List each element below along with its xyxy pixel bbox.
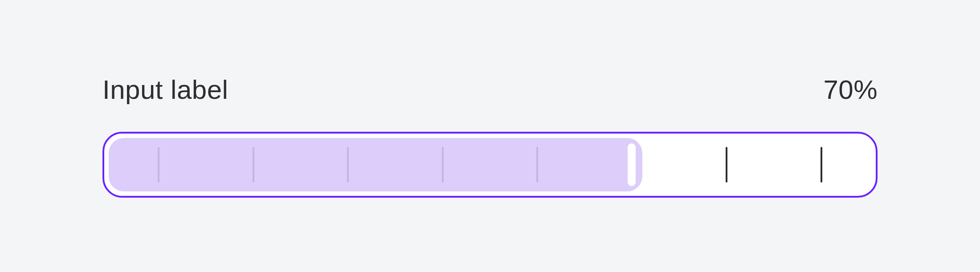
- input-label: Input label: [102, 74, 228, 105]
- slider-fill: [109, 138, 642, 191]
- tick: [821, 147, 822, 183]
- slider-value: 70%: [823, 74, 878, 105]
- slider-handle[interactable]: [628, 143, 636, 186]
- tick: [726, 147, 727, 183]
- slider-component: Input label 70%: [102, 74, 878, 198]
- label-row: Input label 70%: [102, 74, 878, 105]
- slider-track[interactable]: [102, 132, 878, 198]
